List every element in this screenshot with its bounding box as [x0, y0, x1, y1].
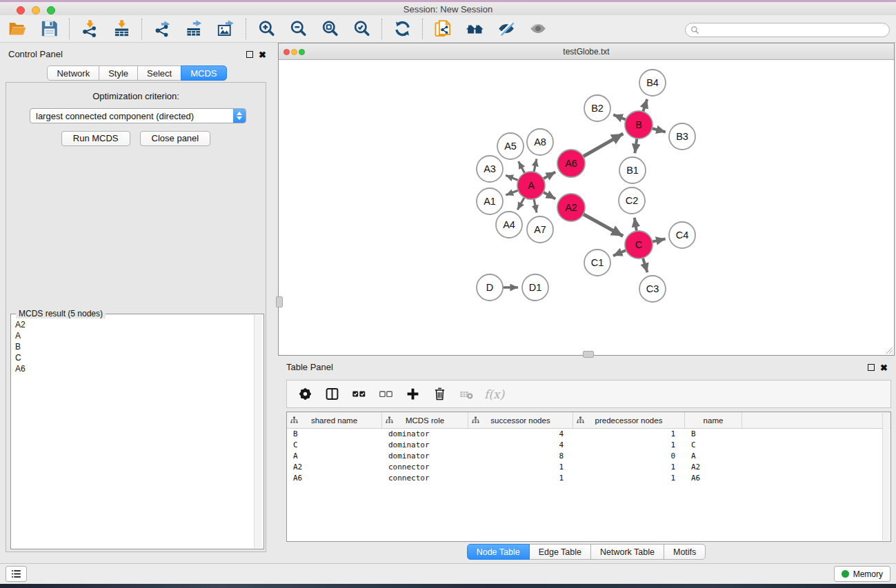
add-button[interactable] [404, 385, 421, 403]
table-cell: C [685, 440, 742, 451]
node-B1[interactable]: B1 [619, 157, 646, 183]
zoom-fit-button[interactable] [318, 17, 341, 41]
table-row[interactable]: A2connector11A2 [287, 462, 890, 473]
tab-motifs[interactable]: Motifs [664, 544, 706, 560]
node-B[interactable]: B [625, 111, 653, 139]
table-cell: 4 [468, 429, 573, 440]
refresh-button[interactable] [390, 17, 414, 41]
mcds-result-box: MCDS result (5 nodes) A2ABCA6 [10, 314, 264, 549]
node-B2[interactable]: B2 [584, 95, 610, 121]
tab-network-table[interactable]: Network Table [590, 544, 664, 560]
first-neighbors-button[interactable] [463, 17, 486, 41]
column-header-mcds-role[interactable]: MCDS role [382, 412, 468, 428]
table-row[interactable]: Cdominator41C [287, 440, 890, 451]
close-panel-button[interactable]: Close panel [140, 131, 211, 146]
clear-checks-button[interactable] [377, 385, 395, 403]
float-icon[interactable] [246, 51, 253, 58]
tab-network[interactable]: Network [47, 65, 99, 81]
open-button[interactable] [6, 17, 29, 41]
delete-table-icon [459, 387, 474, 401]
zoom-out-button[interactable] [286, 17, 310, 41]
hide-selected-button[interactable] [495, 17, 518, 41]
resize-grip-icon[interactable] [884, 345, 893, 354]
table-row[interactable]: Bdominator41B [287, 429, 890, 440]
tab-mcds[interactable]: MCDS [181, 65, 226, 81]
node-C1[interactable]: C1 [584, 250, 610, 276]
node-C2[interactable]: C2 [619, 187, 645, 214]
node-A6[interactable]: A6 [557, 150, 585, 177]
column-header-name[interactable]: name [685, 412, 742, 428]
node-B4[interactable]: B4 [639, 70, 666, 96]
refresh-icon [393, 19, 412, 38]
result-scrollbar[interactable] [254, 315, 262, 548]
node-A7[interactable]: A7 [527, 216, 553, 243]
node-B3[interactable]: B3 [669, 123, 695, 150]
memory-button[interactable]: Memory [834, 566, 890, 582]
title-bar[interactable]: Session: New Session [0, 2, 896, 16]
tab-edge-table[interactable]: Edge Table [529, 544, 591, 560]
close-icon[interactable]: ✖ [880, 363, 888, 372]
node-A5[interactable]: A5 [497, 133, 524, 159]
search-box[interactable] [685, 23, 890, 37]
float-icon[interactable] [868, 364, 875, 371]
columns-button[interactable] [323, 385, 341, 403]
table-cell: 1 [573, 440, 685, 451]
node-A[interactable]: A [517, 172, 545, 199]
node-label: C4 [676, 230, 689, 241]
list-icon [10, 568, 22, 580]
export-table-button[interactable] [182, 17, 206, 41]
select-checks-button[interactable] [350, 385, 368, 403]
table-cell: 4 [468, 440, 573, 451]
column-header-predecessor-nodes[interactable]: predecessor nodes [573, 412, 685, 428]
table-cell: connector [382, 462, 468, 473]
table-cell: B [287, 429, 382, 440]
show-all-button[interactable] [526, 17, 550, 41]
tab-style[interactable]: Style [99, 65, 138, 81]
node-label: C1 [591, 257, 604, 268]
table-row[interactable]: A6connector11A6 [287, 473, 890, 484]
task-history-button[interactable] [6, 566, 27, 582]
table-header-row: shared nameMCDS rolesuccessor nodesprede… [287, 412, 890, 429]
node-A2[interactable]: A2 [557, 194, 585, 221]
export-image-button[interactable] [214, 17, 237, 41]
node-A1[interactable]: A1 [477, 188, 503, 214]
column-header-label: successor nodes [490, 416, 550, 425]
node-A3[interactable]: A3 [477, 156, 503, 182]
network-window-titlebar[interactable]: testGlobe.txt [279, 43, 894, 60]
column-header-shared-name[interactable]: shared name [287, 412, 382, 428]
node-A4[interactable]: A4 [496, 212, 522, 238]
table-scrollbar[interactable] [882, 413, 890, 540]
close-icon[interactable]: ✖ [259, 50, 266, 59]
save-button[interactable] [37, 17, 61, 41]
network-canvas[interactable]: AA1A2A3A4A5A6A7A8BB1B2B3B4CC1C2C3C4DD1 [279, 60, 894, 355]
node-A8[interactable]: A8 [527, 129, 553, 155]
zoom-selected-button[interactable] [350, 17, 373, 41]
export-network-button[interactable] [150, 17, 174, 41]
memory-status-icon [842, 570, 849, 578]
mcds-result-item: B [15, 341, 253, 352]
new-network-from-selection-button[interactable] [431, 17, 455, 41]
node-C4[interactable]: C4 [669, 222, 695, 248]
tab-node-table[interactable]: Node Table [467, 544, 530, 560]
node-D[interactable]: D [477, 274, 503, 301]
criterion-select[interactable]: largest connected component (directed) [30, 108, 246, 123]
node-D1[interactable]: D1 [522, 274, 548, 301]
network-horizontal-scrollbar[interactable] [583, 351, 594, 358]
column-header-label: shared name [311, 416, 357, 425]
import-network-button[interactable] [78, 17, 101, 41]
run-mcds-button[interactable]: Run MCDS [61, 131, 130, 146]
column-header-successor-nodes[interactable]: successor nodes [468, 412, 573, 428]
network-vertical-scrollbar[interactable] [276, 296, 283, 307]
delete-table-button[interactable] [457, 385, 475, 403]
delete-button[interactable] [430, 385, 448, 403]
table-row[interactable]: Adominator80A [287, 451, 890, 462]
function-builder-button[interactable]: f(x) [484, 387, 504, 401]
import-table-button[interactable] [110, 17, 133, 41]
search-input[interactable] [702, 25, 884, 36]
node-C[interactable]: C [625, 231, 653, 258]
gear-button[interactable] [296, 385, 314, 403]
zoom-in-button[interactable] [255, 17, 278, 41]
node-C3[interactable]: C3 [639, 276, 666, 302]
tab-select[interactable]: Select [137, 65, 181, 81]
table-cell: 1 [573, 473, 685, 484]
